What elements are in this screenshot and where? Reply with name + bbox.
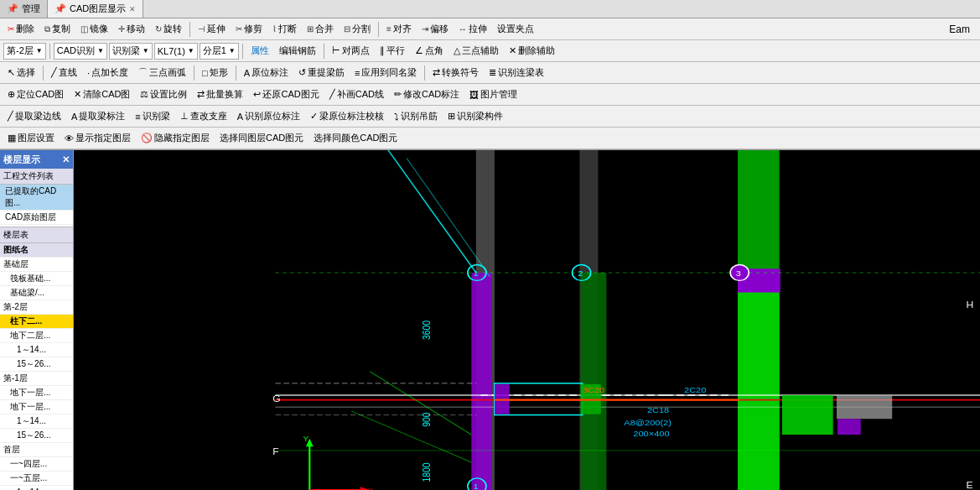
btn-break[interactable]: ⌇打断 (268, 21, 301, 38)
btn-check-support[interactable]: ⊥查改支座 (176, 108, 231, 125)
btn-restore-cad[interactable]: ↩还原CAD图元 (249, 86, 323, 103)
floor-item-114[interactable]: 1～14... (0, 343, 73, 357)
btn-split[interactable]: ⊟分割 (340, 21, 375, 38)
toolbar: ✂删除 ⧉复制 ◫镜像 ✛移动 ↻旋转 ⊣延伸 ✂修剪 ⌇打断 ⊞合并 ⊟分割 … (0, 18, 980, 150)
copy-icon: ⧉ (44, 24, 50, 34)
btn-position-cad[interactable]: ⊕定位CAD图 (3, 86, 68, 103)
btn-parallel[interactable]: ∥平行 (376, 43, 409, 60)
floor-item-d1ceng[interactable]: 第-1层 (0, 372, 73, 386)
drawing-panel[interactable]: 已提取的CAD图... CAD原始图层 (0, 185, 73, 227)
btn-select[interactable]: ↖选择 (3, 65, 39, 81)
btn-set-scale[interactable]: ⚖设置比例 (136, 86, 191, 103)
btn-batch-convert[interactable]: ⇄批量换算 (193, 86, 247, 103)
floor-item-114c[interactable]: 1～14... (0, 486, 73, 490)
btn-property[interactable]: 属性 (246, 43, 273, 60)
btn-clear-cad[interactable]: ✕清除CAD图 (70, 86, 134, 103)
btn-threepoint-aux[interactable]: △三点辅助 (449, 43, 503, 60)
svg-text:900: 900 (421, 412, 432, 426)
tab-cad[interactable]: 📌 CAD图层显示 ✕ (48, 0, 143, 18)
btn-select-same-color[interactable]: 选择同颜色CAD图元 (309, 130, 402, 147)
btn-hide-layer[interactable]: 🚫隐藏指定图层 (137, 130, 214, 147)
btn-extract-annot[interactable]: A提取梁标注 (67, 108, 129, 125)
btn-delete[interactable]: ✂删除 (3, 21, 39, 38)
scale-icon: ⚖ (140, 89, 148, 100)
btn-inplace-annot[interactable]: A原位标注 (240, 65, 293, 81)
btn-stretch[interactable]: ↔拉伸 (454, 21, 491, 38)
recog-beam-select[interactable]: 识别梁 (109, 43, 153, 60)
btn-select-same-layer[interactable]: 选择同图层CAD图元 (215, 130, 308, 147)
btn-align[interactable]: ≡对齐 (382, 21, 416, 38)
floor-item-dixia1a[interactable]: 地下一层... (0, 386, 73, 400)
btn-modify-cad-annot[interactable]: ✏修改CAD标注 (390, 86, 464, 103)
delete-icon: ✂ (8, 24, 14, 34)
tab-mgmt[interactable]: 📌 管理 (0, 0, 48, 18)
convert-icon: ⇄ (197, 89, 205, 100)
btn-move[interactable]: ✛移动 (114, 21, 149, 38)
floor-item-dixia2[interactable]: 地下二层... (0, 329, 73, 343)
btn-offset[interactable]: ⇥偏移 (417, 21, 453, 38)
cad-viewport[interactable]: Y X 1 2 1 3 G F H E 3600 (74, 150, 980, 490)
svg-rect-20 (837, 395, 892, 419)
floor-item-shouceng[interactable]: 首层 (0, 443, 73, 457)
sep1 (189, 22, 190, 37)
btn-recog-beam[interactable]: ≡识别梁 (131, 108, 174, 125)
btn-merge[interactable]: ⊞合并 (303, 21, 338, 38)
tab-cad-close[interactable]: ✕ (129, 5, 136, 13)
drawing-item-original[interactable]: CAD原始图层 (0, 211, 73, 225)
btn-recog-component[interactable]: ⊞识别梁构件 (443, 108, 507, 125)
floor-list[interactable]: 图纸名 基础层 筏板基础... 基础梁/... 第-2层 柱下二... 地下二层… (0, 243, 73, 490)
btn-rect[interactable]: □矩形 (198, 65, 232, 81)
btn-convert-sym[interactable]: ⇄转换符号 (428, 65, 483, 81)
btn-apply-same-beam[interactable]: ≡应用到同名梁 (350, 65, 421, 81)
tab-mgmt-pin: 📌 (7, 3, 18, 14)
sep4 (242, 44, 243, 59)
btn-line[interactable]: ╱直线 (47, 65, 81, 81)
break-icon: ⌇ (272, 24, 277, 34)
tab-cad-pin: 📌 (54, 3, 66, 14)
btn-re-extract-beam[interactable]: ↺重提梁筋 (294, 65, 349, 81)
drawing-item-extracted[interactable]: 已提取的CAD图... (0, 185, 73, 211)
btn-extract-edge[interactable]: ╱提取梁边线 (3, 108, 65, 125)
btn-recog-lintel[interactable]: ≣识别连梁表 (485, 65, 548, 81)
layer-num-select[interactable]: 分层1 (200, 43, 239, 60)
btn-recog-hanger[interactable]: ⤵识别吊筋 (390, 108, 442, 125)
toolbar-row2: 第-2层 CAD识别 识别梁 KL7(1) 分层1 属性 编辑钢筋 ⊢对两点 ∥… (0, 40, 980, 62)
floor-item-faban[interactable]: 筏板基础... (0, 272, 73, 286)
floor-item-1-4ceng[interactable]: 一~四层... (0, 457, 73, 472)
floor-item-jiceng[interactable]: 基础层 (0, 258, 73, 272)
btn-twopoint[interactable]: ⊢对两点 (328, 43, 374, 60)
floor-item-1526[interactable]: 15～26... (0, 357, 73, 372)
cad-recog-select[interactable]: CAD识别 (54, 43, 107, 60)
btn-recog-inplace[interactable]: A识别原位标注 (233, 108, 304, 125)
floor-item-d2ceng[interactable]: 第-2层 (0, 300, 73, 315)
btn-angle[interactable]: ∠点角 (411, 43, 448, 60)
btn-add-cad-line[interactable]: ╱补画CAD线 (325, 86, 388, 103)
floor-item-114b[interactable]: 1～14... (0, 414, 73, 429)
panel-close-btn[interactable]: ✕ (62, 154, 70, 165)
btn-show-layer[interactable]: 👁显示指定图层 (60, 130, 135, 147)
layer-select[interactable]: 第-2层 (3, 43, 46, 60)
btn-arc[interactable]: ⌒三点画弧 (134, 65, 190, 81)
btn-rotate[interactable]: ↻旋转 (151, 21, 186, 38)
btn-setgrip[interactable]: 设置夹点 (493, 21, 538, 38)
btn-edit-rebar[interactable]: 编辑钢筋 (275, 43, 320, 60)
floor-list-label: 楼层表 (0, 227, 73, 243)
svg-text:3: 3 (736, 268, 741, 277)
btn-trim[interactable]: ✂修剪 (231, 21, 267, 38)
layer-settings-icon: ▦ (8, 133, 16, 143)
btn-del-aux[interactable]: ✕删除辅助 (505, 43, 559, 60)
floor-item-1-5ceng[interactable]: 一~五层... (0, 472, 73, 486)
floor-item-zhuxia[interactable]: 柱下二... (0, 315, 73, 329)
kl-select[interactable]: KL7(1) (154, 43, 198, 60)
floor-item-dixia1b[interactable]: 地下一层... (0, 400, 73, 414)
btn-layer-settings[interactable]: ▦图层设置 (3, 130, 59, 147)
btn-mirror[interactable]: ◫镜像 (76, 21, 112, 38)
btn-copy[interactable]: ⧉复制 (40, 21, 75, 38)
cad-drawing: Y X 1 2 1 3 G F H E 3600 (74, 150, 980, 490)
btn-check-annot[interactable]: ✓梁原位标注校核 (306, 108, 388, 125)
btn-img-mgmt[interactable]: 🖼图片管理 (465, 86, 521, 103)
btn-pointlen[interactable]: ·点加长度 (83, 65, 132, 81)
floor-item-1526b[interactable]: 15～26... (0, 429, 73, 443)
floor-item-jichuliangbase[interactable]: 基础梁/... (0, 286, 73, 300)
btn-extend[interactable]: ⊣延伸 (194, 21, 230, 38)
